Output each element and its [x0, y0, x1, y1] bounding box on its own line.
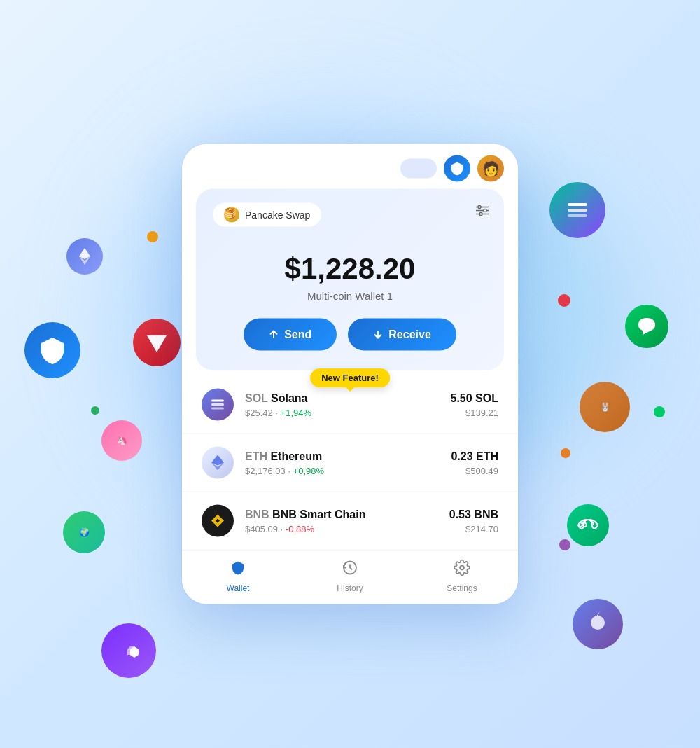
svg-marker-17 — [211, 455, 224, 466]
bnb-balance-usd: $214.70 — [449, 523, 498, 534]
steem-float-icon — [625, 305, 668, 348]
svg-rect-5 — [568, 214, 587, 217]
svg-rect-4 — [568, 209, 587, 212]
wallet-header: 🥞 Pancake Swap $1,228.20 Multi-coin Wall… — [196, 189, 504, 370]
polygon-float-icon — [102, 623, 156, 678]
svg-point-11 — [478, 206, 481, 209]
bottom-nav: Wallet History — [182, 550, 518, 604]
site-pill[interactable]: 🥞 Pancake Swap — [213, 203, 321, 227]
svg-marker-2 — [147, 335, 167, 352]
bnb-change: -0,88% — [286, 523, 314, 534]
history-nav-label: History — [337, 583, 363, 593]
bnb-icon — [202, 505, 234, 537]
dot-green-icon — [654, 406, 665, 417]
wallet-nav-label: Wallet — [227, 583, 250, 593]
eth-balance: 0.23 ETH $500.49 — [451, 450, 498, 476]
dot-green2-icon — [91, 406, 99, 415]
sol-balance-usd: $139.21 — [451, 407, 498, 417]
sol-icon — [202, 389, 234, 421]
token-item-bnb[interactable]: BNB BNB Smart Chain $405.09 · -0,88% 0.5… — [182, 492, 518, 550]
phone-topbar: 🧑 — [182, 144, 518, 189]
nav-history[interactable]: History — [294, 560, 406, 593]
rabbit-float-icon: 🐰 — [580, 382, 630, 432]
solana-float-icon — [550, 182, 606, 238]
sol-name: SOL Solana — [245, 392, 451, 404]
settings-nav-label: Settings — [447, 583, 477, 593]
eth-change: +0,98% — [293, 465, 324, 476]
sol-price: $25.42 · +1,94% — [245, 407, 451, 417]
dot-orange-icon — [147, 231, 158, 242]
eth-float-icon — [66, 238, 103, 275]
dot-purple-icon — [559, 539, 570, 550]
wallet-nav-icon — [230, 560, 246, 581]
svg-rect-14 — [211, 400, 224, 402]
dot-orange2-icon — [561, 448, 570, 458]
svg-rect-16 — [211, 408, 224, 410]
bnb-balance-amount: 0.53 BNB — [449, 508, 498, 520]
settings-nav-icon — [454, 560, 470, 581]
wallet-amount: $1,228.20 — [213, 252, 487, 286]
bnb-price: $405.09 · -0,88% — [245, 523, 449, 534]
token-item-eth[interactable]: ETH Ethereum $2,176.03 · +0,98% 0.23 ETH… — [182, 434, 518, 492]
sol-change: +1,94% — [281, 407, 312, 417]
topbar-shield-button[interactable] — [444, 155, 470, 182]
svg-rect-3 — [568, 203, 587, 206]
bnb-balance: 0.53 BNB $214.70 — [449, 508, 498, 534]
red-arrow-float-icon — [133, 319, 181, 366]
dot-red-icon — [558, 294, 570, 307]
sol-info: SOL Solana $25.42 · +1,94% — [245, 392, 451, 417]
receive-button[interactable]: Receive — [348, 319, 456, 351]
site-name: Pancake Swap — [245, 209, 310, 221]
shield-blue-float-icon — [24, 322, 80, 378]
topbar-avatar[interactable]: 🧑 — [477, 155, 504, 182]
svg-point-20 — [460, 566, 464, 570]
wallet-actions: Send Receive — [213, 319, 487, 351]
topbar-toggle[interactable] — [400, 159, 437, 179]
token-list: SOL Solana $25.42 · +1,94% 5.50 SOL $139… — [182, 370, 518, 550]
eth-icon — [202, 447, 234, 479]
nav-wallet[interactable]: Wallet — [182, 560, 294, 593]
new-feature-badge: New Feature! — [310, 368, 390, 387]
sol-balance: 5.50 SOL $139.21 — [451, 392, 498, 417]
sol-balance-amount: 5.50 SOL — [451, 392, 498, 404]
svg-point-12 — [484, 209, 486, 212]
infinity-float-icon: ∞ — [567, 504, 609, 546]
bnb-name: BNB BNB Smart Chain — [245, 508, 449, 520]
send-label: Send — [284, 328, 312, 341]
pancake-icon: 🥞 — [224, 207, 239, 223]
svg-point-13 — [479, 213, 482, 216]
bnb-info: BNB BNB Smart Chain $405.09 · -0,88% — [245, 508, 449, 534]
send-button[interactable]: Send — [244, 319, 337, 351]
eth-balance-amount: 0.23 ETH — [451, 450, 498, 462]
receive-label: Receive — [388, 328, 431, 341]
settings-icon[interactable] — [475, 203, 490, 223]
history-nav-icon — [342, 560, 358, 581]
nav-settings[interactable]: Settings — [406, 560, 518, 593]
wallet-name: Multi-coin Wallet 1 — [213, 290, 487, 302]
planet-float-icon: 🌍 — [63, 511, 105, 553]
svg-text:∞: ∞ — [578, 516, 587, 532]
eth-name: ETH Ethereum — [245, 450, 451, 462]
unicorn-float-icon: 🦄 — [102, 420, 142, 461]
eth-info: ETH Ethereum $2,176.03 · +0,98% — [245, 450, 451, 476]
unicorn-right-float-icon — [573, 599, 623, 649]
svg-marker-0 — [79, 248, 90, 259]
eth-price: $2,176.03 · +0,98% — [245, 465, 451, 476]
svg-point-7 — [591, 616, 605, 630]
eth-balance-usd: $500.49 — [451, 465, 498, 476]
svg-rect-15 — [211, 403, 224, 406]
